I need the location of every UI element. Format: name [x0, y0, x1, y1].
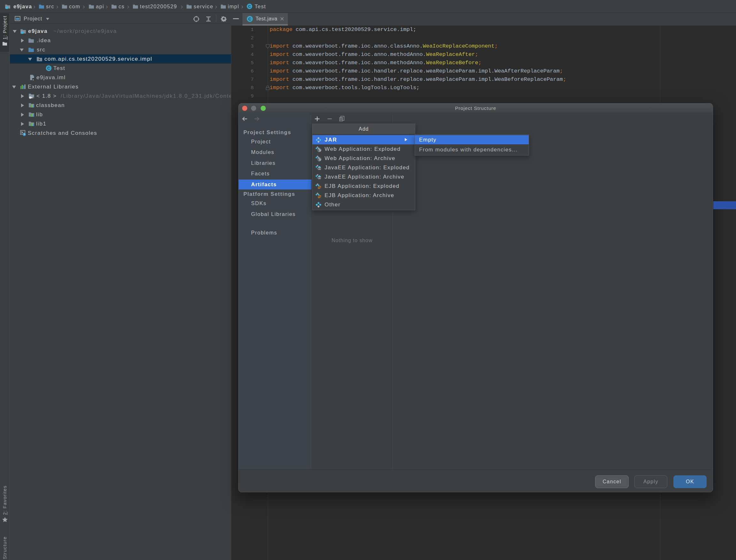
svg-text:C: C [248, 4, 251, 9]
svg-text:EE: EE [318, 176, 321, 179]
svg-text:EE: EE [318, 167, 321, 170]
svg-text:C: C [47, 66, 50, 71]
svg-text:C: C [248, 17, 251, 21]
